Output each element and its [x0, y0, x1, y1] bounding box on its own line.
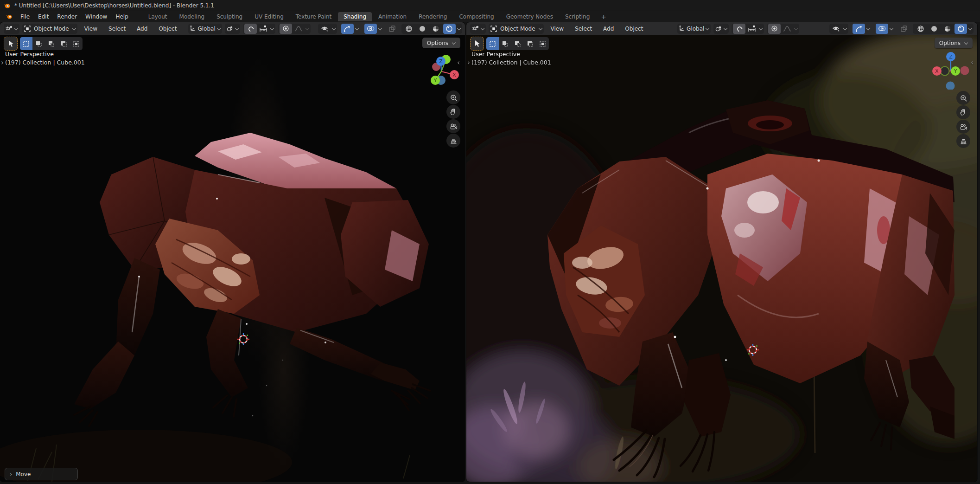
snap-toggle[interactable]: [244, 24, 257, 34]
navigation-gizmo-left[interactable]: Z X Y: [422, 51, 461, 90]
tab-texture-paint[interactable]: Texture Paint: [290, 12, 337, 21]
active-tool-select-box[interactable]: [470, 37, 484, 51]
xray-toggle[interactable]: [386, 24, 399, 34]
gizmo-axis-neg-y[interactable]: [941, 67, 949, 76]
mode-selector[interactable]: Object Mode: [489, 24, 544, 34]
editor-type-selector[interactable]: [470, 24, 486, 34]
chevron-down-icon[interactable]: [889, 26, 893, 31]
camera-view-button[interactable]: [446, 119, 460, 133]
expand-toolbar-chevron-left[interactable]: ›: [1, 59, 4, 66]
show-overlays-toggle[interactable]: [364, 24, 377, 34]
shading-wireframe-button[interactable]: [403, 24, 415, 34]
viewport-menu-object[interactable]: Object: [154, 24, 181, 34]
shading-material-button[interactable]: [941, 24, 954, 34]
gizmo-axis-z[interactable]: Z: [436, 57, 445, 66]
tab-shading[interactable]: Shading: [338, 12, 372, 21]
zoom-button[interactable]: [446, 90, 460, 104]
gizmo-axis-z[interactable]: Z: [946, 52, 955, 61]
expand-toolbar-chevron-right[interactable]: ›: [467, 59, 470, 66]
viewport-menu-add[interactable]: Add: [133, 24, 152, 34]
toggle-projection-button[interactable]: [446, 134, 460, 148]
gizmo-axis-y[interactable]: Y: [431, 76, 440, 85]
show-gizmos-toggle[interactable]: [853, 24, 865, 34]
snap-increment-icon[interactable]: [258, 25, 269, 32]
tab-rendering[interactable]: Rendering: [413, 12, 452, 21]
chevron-down-icon[interactable]: [355, 26, 359, 31]
active-tool-select-box[interactable]: [4, 37, 18, 51]
select-intersect-button[interactable]: [536, 37, 549, 50]
select-invert-button[interactable]: [524, 37, 536, 50]
viewport-menu-add[interactable]: Add: [599, 24, 618, 34]
select-intersect-button[interactable]: [70, 37, 83, 50]
navigation-gizmo-right[interactable]: Z X Y: [931, 51, 970, 90]
chevron-down-icon[interactable]: [457, 26, 461, 31]
show-gizmos-toggle[interactable]: [341, 24, 354, 34]
viewport-menu-view[interactable]: View: [80, 24, 102, 34]
proportional-editing-toggle[interactable]: [768, 24, 781, 34]
menu-render[interactable]: Render: [53, 13, 81, 21]
transform-orientation-selector[interactable]: Global: [677, 24, 711, 34]
tab-animation[interactable]: Animation: [373, 12, 412, 21]
app-menu-blender-icon[interactable]: [2, 13, 16, 20]
select-extend-button[interactable]: [499, 37, 511, 50]
shading-rendered-button[interactable]: [955, 24, 967, 34]
chevron-down-icon[interactable]: [968, 26, 972, 31]
select-subtract-button[interactable]: [45, 37, 57, 50]
viewport-canvas-left[interactable]: [0, 35, 465, 482]
options-button-right[interactable]: Options: [935, 38, 973, 48]
gizmo-axis-neg-x[interactable]: [961, 66, 969, 75]
operator-panel-move[interactable]: › Move: [5, 468, 78, 480]
chevron-down-icon[interactable]: [758, 26, 763, 31]
shading-solid-button[interactable]: [928, 24, 940, 34]
tab-sculpting[interactable]: Sculpting: [211, 12, 248, 21]
mode-selector[interactable]: Object Mode: [22, 24, 77, 34]
chevron-down-icon[interactable]: [378, 26, 382, 31]
tab-uv-editing[interactable]: UV Editing: [249, 12, 289, 21]
menu-window[interactable]: Window: [81, 13, 111, 21]
select-set-button[interactable]: [20, 37, 32, 50]
options-button-left[interactable]: Options: [422, 38, 460, 48]
viewport-menu-select[interactable]: Select: [104, 24, 130, 34]
select-invert-button[interactable]: [57, 37, 70, 50]
gizmo-axis-x[interactable]: X: [450, 70, 459, 79]
gizmo-axis-neg-z[interactable]: [946, 82, 955, 90]
object-visibility-group[interactable]: [829, 24, 848, 34]
shading-material-button[interactable]: [430, 24, 442, 34]
transform-orientation-selector[interactable]: Global: [188, 24, 222, 34]
viewport-menu-select[interactable]: Select: [571, 24, 596, 34]
select-extend-button[interactable]: [32, 37, 45, 50]
viewport-menu-object[interactable]: Object: [621, 24, 647, 34]
shading-wireframe-button[interactable]: [914, 24, 927, 34]
window-titlebar[interactable]: * Untitled [C:\Users\User\Desktop\horses…: [0, 0, 980, 11]
viewport-menu-view[interactable]: View: [547, 24, 568, 34]
menu-help[interactable]: Help: [111, 13, 132, 21]
add-workspace-button[interactable]: +: [596, 12, 611, 22]
collapse-sidebar-chevron-right[interactable]: ‹: [971, 59, 974, 66]
editor-type-selector[interactable]: [4, 24, 19, 34]
tab-scripting[interactable]: Scripting: [560, 12, 595, 21]
toggle-projection-button[interactable]: [956, 134, 970, 148]
menu-file[interactable]: File: [16, 13, 34, 21]
select-subtract-button[interactable]: [511, 37, 524, 50]
camera-view-button[interactable]: [956, 120, 970, 134]
viewport-canvas-right[interactable]: [466, 35, 977, 482]
shading-solid-button[interactable]: [416, 24, 429, 34]
tab-compositing[interactable]: Compositing: [453, 12, 499, 21]
xray-toggle[interactable]: [897, 24, 910, 34]
pivot-point-selector[interactable]: [225, 24, 240, 34]
gizmo-axis-y[interactable]: Y: [951, 66, 960, 76]
tab-modeling[interactable]: Modeling: [174, 12, 210, 21]
pan-hand-button[interactable]: [956, 105, 970, 119]
pan-hand-button[interactable]: [446, 105, 460, 119]
snap-increment-icon[interactable]: [746, 25, 757, 32]
select-set-button[interactable]: [486, 37, 499, 50]
proportional-editing-toggle[interactable]: [280, 24, 292, 34]
menu-edit[interactable]: Edit: [34, 13, 53, 21]
snap-toggle[interactable]: [733, 24, 745, 34]
show-overlays-toggle[interactable]: [876, 24, 888, 34]
chevron-down-icon[interactable]: [270, 26, 274, 31]
tab-layout[interactable]: Layout: [143, 12, 173, 21]
chevron-down-icon[interactable]: [866, 26, 870, 31]
pivot-point-selector[interactable]: [713, 24, 729, 34]
gizmo-axis-x[interactable]: X: [932, 66, 942, 76]
